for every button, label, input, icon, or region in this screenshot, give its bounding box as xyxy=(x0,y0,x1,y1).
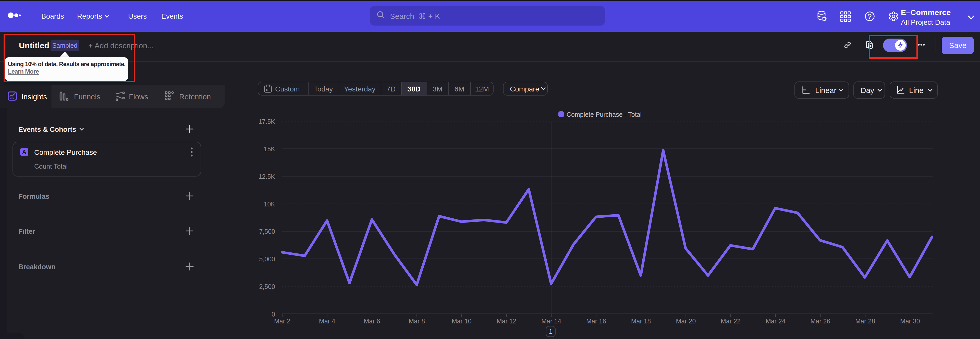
svg-text:Mar 18: Mar 18 xyxy=(631,318,651,325)
svg-text:Mar 14: Mar 14 xyxy=(541,318,561,325)
svg-text:5,000: 5,000 xyxy=(259,256,275,262)
svg-text:Mar 8: Mar 8 xyxy=(409,318,425,325)
svg-text:2,500: 2,500 xyxy=(259,283,275,290)
svg-text:Mar 4: Mar 4 xyxy=(319,318,335,325)
svg-text:Mar 16: Mar 16 xyxy=(586,318,606,325)
svg-text:15K: 15K xyxy=(264,146,275,152)
svg-text:10K: 10K xyxy=(264,200,275,208)
svg-text:Mar 28: Mar 28 xyxy=(855,318,875,325)
svg-text:Mar 30: Mar 30 xyxy=(900,318,920,325)
svg-text:12.5K: 12.5K xyxy=(259,173,275,180)
svg-text:Mar 22: Mar 22 xyxy=(721,318,741,325)
svg-text:0: 0 xyxy=(272,311,275,318)
svg-text:7,500: 7,500 xyxy=(259,228,275,235)
svg-text:Mar 6: Mar 6 xyxy=(364,318,380,325)
svg-text:Mar 20: Mar 20 xyxy=(676,318,696,325)
svg-text:Mar 12: Mar 12 xyxy=(496,318,517,325)
svg-text:Mar 2: Mar 2 xyxy=(274,318,290,325)
svg-text:Mar 24: Mar 24 xyxy=(765,318,786,325)
svg-text:Mar 10: Mar 10 xyxy=(452,318,472,325)
svg-text:17.5K: 17.5K xyxy=(259,118,275,125)
svg-text:Mar 26: Mar 26 xyxy=(810,318,830,325)
